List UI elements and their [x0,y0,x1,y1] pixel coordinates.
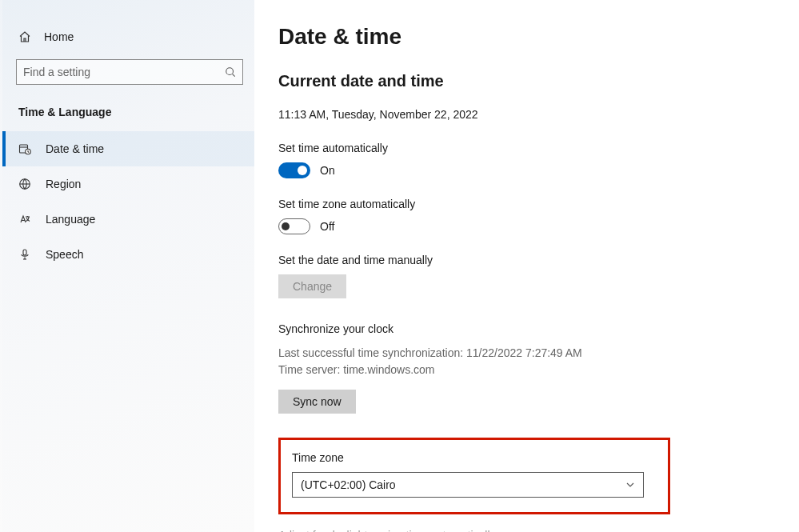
sidebar-section-title: Time & Language [2,94,254,131]
set-tz-auto-label: Set time zone automatically [278,198,767,210]
section-current-heading: Current date and time [278,72,767,90]
sync-now-button[interactable]: Sync now [278,390,356,414]
sync-server: Time server: time.windows.com [278,362,767,378]
home-label: Home [44,30,74,43]
sidebar-item-label: Date & time [46,142,104,155]
set-time-auto-label: Set time automatically [278,142,767,154]
globe-icon [18,178,31,190]
main-content: Date & time Current date and time 11:13 … [254,0,799,532]
sidebar-item-speech[interactable]: Speech [2,237,254,272]
set-time-auto-state: On [320,164,335,177]
sync-heading: Synchronize your clock [278,322,767,335]
sidebar-item-label: Language [46,213,95,226]
set-tz-auto-state: Off [320,220,334,233]
set-tz-auto-toggle[interactable] [278,218,310,234]
set-manual-label: Set the date and time manually [278,254,767,266]
timezone-highlight: Time zone (UTC+02:00) Cairo [278,438,670,514]
timezone-label: Time zone [292,451,657,464]
timezone-dropdown[interactable]: (UTC+02:00) Cairo [292,472,644,498]
home-icon [18,30,31,43]
language-icon [18,213,31,226]
settings-sidebar: Home Find a setting Time & Language Date… [0,0,254,532]
timezone-value: (UTC+02:00) Cairo [301,478,396,491]
sidebar-item-label: Speech [46,248,83,261]
clock-calendar-icon [18,142,31,155]
svg-point-0 [226,68,234,75]
svg-rect-4 [23,250,26,255]
microphone-icon [18,248,31,261]
dst-label: Adjust for daylight saving time automati… [278,529,767,532]
home-link[interactable]: Home [2,24,254,50]
search-placeholder: Find a setting [23,66,90,78]
search-icon [225,66,236,78]
page-title: Date & time [278,24,767,50]
sidebar-item-label: Region [46,178,81,190]
current-datetime: 11:13 AM, Tuesday, November 22, 2022 [278,108,767,121]
sidebar-item-date-time[interactable]: Date & time [2,131,254,166]
sync-last: Last successful time synchronization: 11… [278,345,767,362]
chevron-down-icon [625,480,635,490]
change-button[interactable]: Change [278,274,346,298]
search-input[interactable]: Find a setting [16,59,243,85]
sidebar-item-language[interactable]: Language [2,202,254,237]
sidebar-item-region[interactable]: Region [2,166,254,202]
set-time-auto-toggle[interactable] [278,162,310,178]
